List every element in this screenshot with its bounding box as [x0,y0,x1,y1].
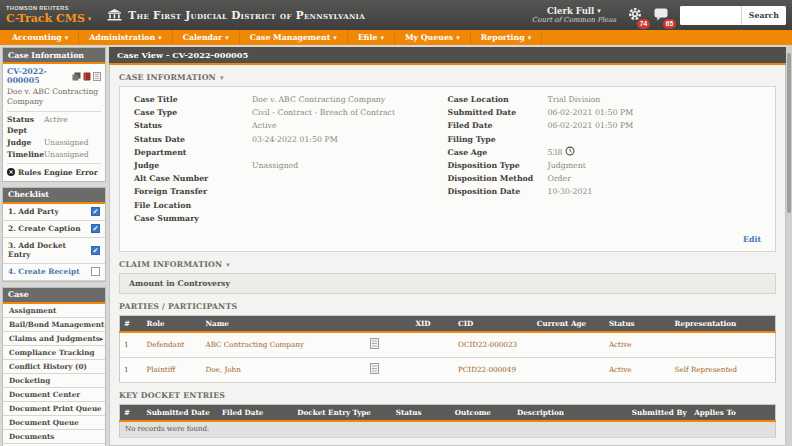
field-case-location: Case LocationTrial Division [448,93,762,106]
main-menu-bar: Accounting Administration Calendar Case … [0,30,792,45]
checklist-panel-title: Checklist [3,188,105,204]
case-information-box: Case TitleDoe v. ABC Contracting Company… [119,86,776,252]
search-input[interactable] [680,6,741,25]
menu-efile[interactable]: Efile [348,30,395,45]
sidebar-item-docketing[interactable]: Docketing [3,374,105,388]
page-title: Case View - CV-2022-000005 [109,47,786,65]
case-menu-panel-title: Case [3,288,105,304]
party-representation: Self Represented [671,357,776,382]
note-icon[interactable] [93,72,101,81]
chat-count-badge: 65 [663,19,676,29]
field-filed-date: Filed Date06-02-2021 01:50 PM [448,119,762,132]
party-role-link[interactable]: Plaintiff [142,357,201,382]
field-disposition-method: Disposition MethodOrder [448,172,762,185]
menu-administration[interactable]: Administration [79,30,172,45]
case-number-link[interactable]: CV-2022-000005 [7,67,70,85]
field-disposition-type: Disposition TypeJudgment [448,159,762,172]
key-docket-header-row: # Submitted Date Filed Date Docket Entry… [120,404,776,421]
sidebar-item-document-center[interactable]: Document Center [3,388,105,402]
case-field-dept: Dept [7,124,101,136]
checkbox-unchecked[interactable] [91,267,100,276]
sidebar-item-bail-bond-management[interactable]: Bail/Bond Management [3,318,105,332]
party-cid-link[interactable]: PCID22-000049 [454,357,533,382]
amount-in-controversy-row[interactable]: Amount in Controversy [119,273,776,294]
section-key-docket-entries: KEY DOCKET ENTRIES [119,391,776,400]
menu-calendar[interactable]: Calendar [173,30,240,45]
checklist-item-create-caption[interactable]: 2. Create Caption [3,221,105,238]
checklist-item-add-party[interactable]: 1. Add Party [3,204,105,221]
field-file-location: File Location [134,199,448,212]
settings-gear-button[interactable]: 74 [628,6,642,25]
case-view-body: CASE INFORMATION Case TitleDoe v. ABC Co… [109,65,786,446]
case-information-panel: Case Information CV-2022-000005 Doe v. A… [2,47,106,182]
party-note-icon[interactable] [370,363,379,374]
scrollbar-thumb[interactable] [787,53,791,213]
case-field-timeline: TimelineUnassigned [7,147,101,159]
bank-icon [107,6,122,25]
party-cid-link[interactable]: OCID22-000023 [454,332,533,358]
sidebar-item-compliance-tracking[interactable]: Compliance Tracking [3,346,105,360]
menu-reporting[interactable]: Reporting [471,30,542,45]
user-menu[interactable]: Clerk Full Court of Common Pleas [532,6,616,25]
edit-link[interactable]: Edit [743,235,761,244]
sidebar-item-conflict-history[interactable]: Conflict History (0) [3,360,105,374]
rules-engine-error[interactable]: ✕ Rules Engine Error [7,163,101,177]
party-note-icon[interactable] [370,338,379,349]
chevron-down-icon [225,34,229,41]
brand-ctrack-label: C-Track CMS [6,13,85,24]
party-row-defendant: 1 Defendant ABC Contracting Company OCID… [120,332,776,358]
section-claim-information[interactable]: CLAIM INFORMATION [119,260,776,269]
sidebar-item-documents[interactable]: Documents [3,430,105,444]
sidebar-item-claims-and-judgments[interactable]: Claims and Judgments [3,332,105,346]
field-case-age: Case Age538 [448,146,762,159]
no-records-row: No records were found. [120,421,776,438]
chevron-down-icon [597,7,601,14]
copy-case-icon[interactable] [72,72,81,81]
chevron-down-icon [528,34,532,41]
search-button[interactable]: Search [741,6,786,25]
section-case-information[interactable]: CASE INFORMATION [119,73,776,82]
chevron-down-icon [380,34,384,41]
menu-accounting[interactable]: Accounting [2,30,79,45]
court-title: The First Judicial District of Pennsylva… [128,9,365,21]
field-disposition-date: Disposition Date10-30-2021 [448,185,762,198]
ctrack-cms-page: THOMSON REUTERS C-Track CMS The First Ju… [0,0,792,446]
chevron-down-icon [220,74,224,81]
case-info-right-column: Case LocationTrial Division Submitted Da… [448,93,762,225]
case-name: Doe v. ABC Contracting Company [7,85,101,112]
chevron-down-icon [88,15,92,22]
gear-count-badge: 74 [637,19,650,29]
party-row-plaintiff: 1 Plaintiff Doe, John PCID22-000049 Acti… [120,357,776,382]
party-name-link[interactable]: Doe, John [201,357,365,382]
party-role-link[interactable]: Defendant [142,332,201,358]
party-name-link[interactable]: ABC Contracting Company [201,332,365,358]
parties-table: # Role Name XID CID Current Age Status R… [119,315,776,383]
case-info-left-column: Case TitleDoe v. ABC Contracting Company… [134,93,448,225]
checklist-item-create-receipt[interactable]: 4. Create Receipt [3,264,105,281]
field-department: Department [134,146,448,159]
menu-case-management[interactable]: Case Management [240,30,348,45]
checkbox-checked[interactable] [91,224,100,233]
brand-menu[interactable]: THOMSON REUTERS C-Track CMS [6,6,91,24]
top-bar-right: Clerk Full Court of Common Pleas 74 65 S… [532,6,786,25]
field-case-summary: Case Summary [134,212,448,225]
menu-my-queues[interactable]: My Queues [395,30,471,45]
history-clock-icon[interactable] [565,146,575,158]
party-status: Active [605,332,671,358]
checkbox-checked[interactable] [91,246,100,255]
messages-button[interactable]: 65 [654,6,668,25]
red-book-icon[interactable] [83,72,91,81]
checkbox-checked[interactable] [91,207,100,216]
sidebar-item-assignment[interactable]: Assignment [3,304,105,318]
sidebar-item-document-queue[interactable]: Document Queue [3,416,105,430]
parties-header-row: # Role Name XID CID Current Age Status R… [120,315,776,332]
chevron-down-icon [333,34,337,41]
checklist-panel: Checklist 1. Add Party 2. Create Caption… [2,187,106,282]
checklist-item-add-docket-entry[interactable]: 3. Add Docket Entry [3,238,105,264]
chevron-down-icon [65,34,69,41]
field-case-type: Case TypeCivil - Contract - Breach of Co… [134,106,448,119]
sidebar-item-document-print-queue[interactable]: Document Print Queue [3,402,105,416]
vertical-scrollbar[interactable] [786,45,792,446]
user-role: Court of Common Pleas [532,16,616,24]
court-header: The First Judicial District of Pennsylva… [107,6,365,25]
